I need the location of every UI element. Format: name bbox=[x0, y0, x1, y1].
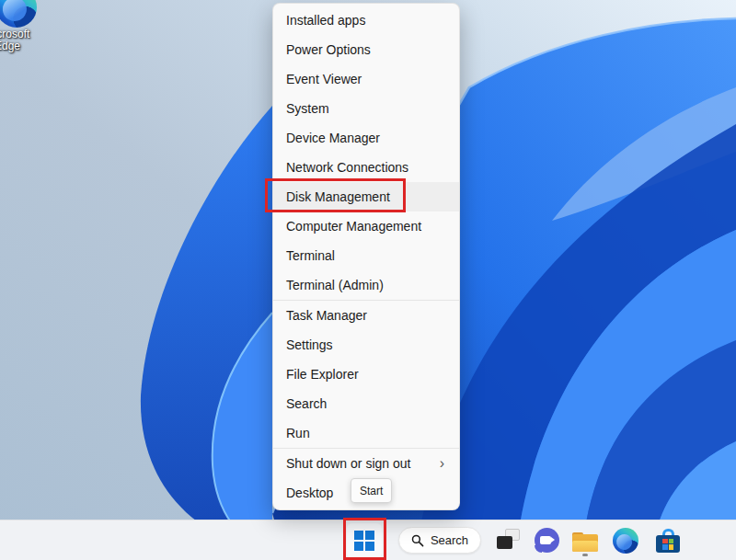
menu-item-label: Power Options bbox=[286, 42, 371, 57]
edge-icon bbox=[0, 0, 37, 28]
menu-item-label: Shut down or sign out bbox=[286, 456, 410, 471]
menu-item-power-options[interactable]: Power Options bbox=[273, 35, 459, 64]
windows-desktop: Microsoft Edge Installed apps Power Opti… bbox=[0, 0, 736, 560]
menu-item-label: Search bbox=[286, 396, 327, 411]
disk-management-highlight-box bbox=[265, 178, 406, 212]
menu-item-event-viewer[interactable]: Event Viewer bbox=[273, 64, 459, 94]
menu-item-label: Settings bbox=[286, 337, 333, 352]
menu-item-label: Task Manager bbox=[286, 308, 367, 323]
chat-button[interactable] bbox=[535, 528, 559, 553]
microsoft-logo-icon bbox=[662, 539, 673, 550]
menu-item-label: Computer Management bbox=[286, 219, 421, 234]
edge-icon bbox=[613, 528, 638, 554]
menu-item-task-manager[interactable]: Task Manager bbox=[273, 301, 459, 330]
menu-item-file-explorer[interactable]: File Explorer bbox=[273, 360, 459, 389]
menu-item-label: Terminal bbox=[286, 248, 335, 263]
shortcut-label: Microsoft Edge bbox=[0, 29, 44, 52]
menu-item-label: System bbox=[286, 101, 329, 116]
running-app-indicator bbox=[582, 554, 588, 556]
menu-item-terminal-admin[interactable]: Terminal (Admin) bbox=[273, 270, 459, 300]
menu-item-computer-management[interactable]: Computer Management bbox=[273, 211, 459, 241]
task-view-button[interactable] bbox=[497, 529, 520, 551]
menu-item-label: Run bbox=[286, 426, 310, 440]
edge-browser-button[interactable] bbox=[613, 528, 638, 554]
submenu-chevron-icon: › bbox=[440, 456, 444, 471]
winx-context-menu: Installed apps Power Options Event Viewe… bbox=[272, 3, 460, 510]
menu-item-shut-down-or-sign-out[interactable]: Shut down or sign out › bbox=[273, 449, 459, 478]
menu-item-terminal[interactable]: Terminal bbox=[273, 241, 459, 270]
menu-item-label: Network Connections bbox=[286, 160, 408, 175]
menu-item-label: Terminal (Admin) bbox=[286, 278, 384, 292]
menu-item-label: Event Viewer bbox=[286, 72, 362, 86]
menu-item-label: File Explorer bbox=[286, 367, 359, 382]
menu-item-search[interactable]: Search bbox=[273, 389, 459, 418]
menu-item-run[interactable]: Run bbox=[273, 418, 459, 448]
file-explorer-button[interactable] bbox=[572, 529, 598, 554]
search-icon bbox=[411, 534, 424, 547]
start-tooltip: Start bbox=[351, 478, 392, 503]
menu-item-label: Desktop bbox=[286, 486, 333, 500]
menu-item-settings[interactable]: Settings bbox=[273, 330, 459, 360]
search-label: Search bbox=[431, 533, 468, 547]
menu-item-device-manager[interactable]: Device Manager bbox=[273, 123, 459, 153]
menu-item-system[interactable]: System bbox=[273, 94, 459, 123]
video-camera-icon bbox=[540, 536, 551, 544]
folder-icon bbox=[572, 532, 598, 552]
menu-item-installed-apps[interactable]: Installed apps bbox=[273, 6, 459, 35]
microsoft-store-button[interactable] bbox=[654, 526, 682, 555]
task-view-icon bbox=[497, 536, 512, 549]
menu-item-label: Installed apps bbox=[286, 13, 365, 28]
chat-icon bbox=[535, 528, 559, 553]
start-button-highlight-box bbox=[343, 518, 386, 560]
search-button[interactable]: Search bbox=[398, 527, 481, 554]
store-icon bbox=[656, 535, 680, 553]
edge-desktop-shortcut[interactable]: Microsoft Edge bbox=[0, 0, 63, 57]
menu-item-label: Device Manager bbox=[286, 131, 380, 145]
